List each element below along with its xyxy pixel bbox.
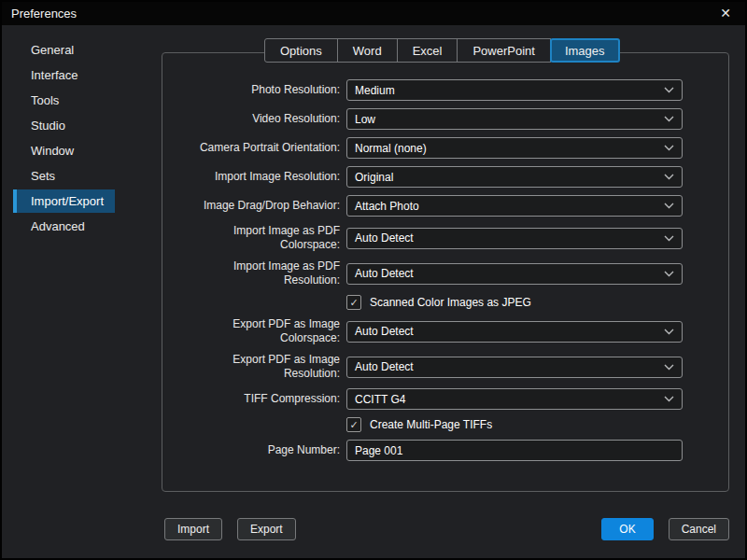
create-multi-page-tiffs-checkbox[interactable]: ✓ — [346, 417, 361, 432]
sidebar-item-window[interactable]: Window — [13, 139, 85, 162]
sidebar-item-import-export[interactable]: Import/Export — [13, 189, 115, 213]
create-multi-page-tiffs-checkbox-row: ✓Create Multi-Page TIFFs — [346, 417, 492, 432]
checkbox-label: Scanned Color Images as JPEG — [370, 296, 531, 309]
field-label: TIFF Compression: — [162, 392, 340, 406]
sidebar: GeneralInterfaceToolsStudioWindowSetsImp… — [13, 38, 115, 240]
import-image-as-pdf-resolution-select[interactable]: Auto Detect — [346, 263, 683, 285]
form-row: Export PDF as Image Colorspace:Auto Dete… — [162, 317, 728, 345]
form-row: ✓Scanned Color Images as JPEG — [162, 295, 728, 310]
field-label: Page Number: — [162, 443, 340, 457]
form-row: Video Resolution:Low — [162, 108, 728, 130]
images-settings-panel: Photo Resolution:MediumVideo Resolution:… — [162, 52, 729, 492]
field-value: Page 001 — [355, 444, 402, 457]
field-value: Original — [355, 171, 393, 184]
footer-right-buttons: OK Cancel — [601, 518, 729, 540]
footer-left-buttons: Import Export — [164, 518, 296, 540]
form-row: Page Number:Page 001 — [162, 440, 728, 461]
field-value: Attach Photo — [355, 200, 419, 213]
page-number-input[interactable]: Page 001 — [346, 440, 683, 461]
sidebar-item-tools[interactable]: Tools — [13, 89, 70, 112]
field-value: Medium — [355, 84, 395, 97]
chevron-down-icon — [664, 203, 674, 209]
field-value: Auto Detect — [355, 231, 414, 245]
form-row: Import Image Resolution:Original — [162, 166, 728, 188]
scanned-color-images-as-jpeg-checkbox-row: ✓Scanned Color Images as JPEG — [346, 295, 531, 310]
chevron-down-icon — [664, 396, 674, 402]
form-row: Import Image as PDF Resolution:Auto Dete… — [162, 259, 728, 287]
form-row: Camera Portrait Orientation:Normal (none… — [162, 137, 728, 159]
scanned-color-images-as-jpeg-checkbox[interactable]: ✓ — [346, 295, 361, 310]
chevron-down-icon — [664, 174, 674, 180]
tab-powerpoint[interactable]: PowerPoint — [457, 38, 550, 63]
field-value: Low — [355, 113, 375, 126]
form-row: ✓Create Multi-Page TIFFs — [162, 417, 728, 432]
field-value: CCITT G4 — [355, 393, 405, 406]
export-pdf-as-image-resolution-select[interactable]: Auto Detect — [346, 357, 683, 378]
chevron-down-icon — [664, 145, 674, 151]
tab-bar: OptionsWordExcelPowerPointImages — [264, 38, 620, 63]
title-bar: Preferences — [2, 2, 745, 25]
form-row: TIFF Compression:CCITT G4 — [162, 388, 728, 410]
ok-button[interactable]: OK — [601, 518, 653, 540]
import-image-as-pdf-colorspace-select[interactable]: Auto Detect — [346, 228, 683, 249]
field-label: Import Image Resolution: — [162, 170, 340, 184]
chevron-down-icon — [664, 116, 674, 122]
form-row: Photo Resolution:Medium — [162, 79, 728, 101]
sidebar-item-general[interactable]: General — [13, 38, 85, 62]
field-label: Import Image as PDF Colorspace: — [162, 224, 340, 252]
tab-options[interactable]: Options — [264, 38, 338, 63]
field-value: Auto Detect — [355, 267, 414, 280]
field-value: Auto Detect — [355, 360, 414, 373]
chevron-down-icon — [664, 271, 674, 277]
sidebar-item-studio[interactable]: Studio — [13, 114, 77, 137]
sidebar-item-sets[interactable]: Sets — [13, 164, 66, 188]
chevron-down-icon — [664, 87, 674, 93]
field-label: Camera Portrait Orientation: — [162, 141, 340, 155]
cancel-button[interactable]: Cancel — [669, 518, 729, 540]
form-row: Export PDF as Image Resolution:Auto Dete… — [162, 353, 728, 381]
field-label: Video Resolution: — [162, 112, 340, 126]
field-label: Photo Resolution: — [162, 83, 340, 97]
preferences-dialog: Preferences ✕ GeneralInterfaceToolsStudi… — [0, 0, 747, 560]
field-label: Image Drag/Drop Behavior: — [162, 199, 340, 213]
tab-images[interactable]: Images — [550, 38, 620, 63]
images-settings-form: Photo Resolution:MediumVideo Resolution:… — [162, 79, 728, 461]
chevron-down-icon — [664, 364, 674, 371]
field-label: Export PDF as Image Resolution: — [162, 353, 340, 381]
camera-portrait-orientation-select[interactable]: Normal (none) — [346, 137, 683, 159]
close-icon[interactable]: ✕ — [713, 3, 738, 23]
chevron-down-icon — [664, 235, 674, 242]
import-image-resolution-select[interactable]: Original — [346, 166, 683, 188]
import-button[interactable]: Import — [164, 518, 222, 540]
field-label: Import Image as PDF Resolution: — [162, 259, 340, 287]
export-button[interactable]: Export — [237, 518, 296, 540]
tab-word[interactable]: Word — [337, 38, 398, 63]
tab-excel[interactable]: Excel — [397, 38, 458, 63]
export-pdf-as-image-colorspace-select[interactable]: Auto Detect — [346, 321, 683, 343]
video-resolution-select[interactable]: Low — [346, 108, 683, 130]
window-title: Preferences — [11, 7, 77, 21]
photo-resolution-select[interactable]: Medium — [346, 79, 683, 101]
field-value: Auto Detect — [355, 325, 414, 338]
field-value: Normal (none) — [355, 142, 427, 155]
sidebar-item-interface[interactable]: Interface — [13, 63, 90, 87]
form-row: Image Drag/Drop Behavior:Attach Photo — [162, 195, 728, 217]
form-row: Import Image as PDF Colorspace:Auto Dete… — [162, 224, 728, 252]
chevron-down-icon — [664, 329, 674, 335]
image-drag-drop-behavior-select[interactable]: Attach Photo — [346, 195, 683, 217]
sidebar-item-advanced[interactable]: Advanced — [13, 215, 96, 238]
tiff-compression-select[interactable]: CCITT G4 — [346, 388, 683, 410]
field-label: Export PDF as Image Colorspace: — [162, 317, 340, 345]
checkbox-label: Create Multi-Page TIFFs — [370, 418, 492, 431]
